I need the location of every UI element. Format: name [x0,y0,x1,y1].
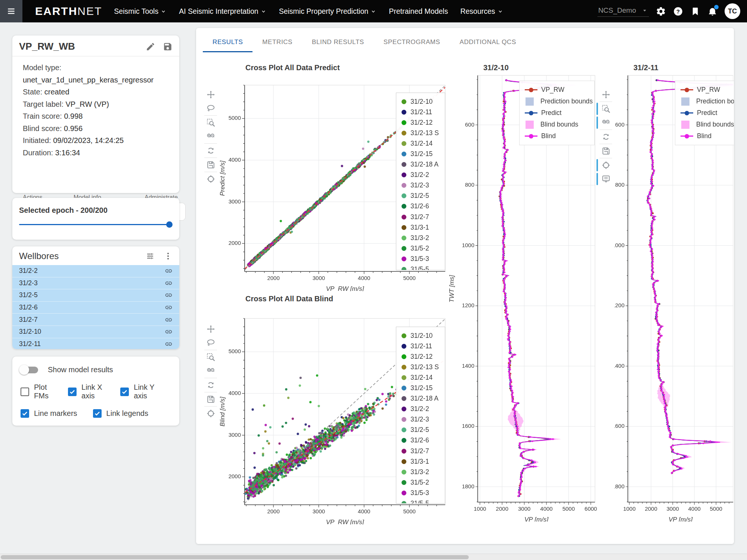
show-model-results-toggle[interactable]: Show model results [12,357,179,374]
legend-item[interactable]: 31/2-18 A [402,159,440,170]
legend-item[interactable]: 31/2-6 [402,201,440,212]
tab-results[interactable]: RESULTS [203,35,252,52]
checkbox-line-markers[interactable]: Line markers [21,409,77,418]
legend-item[interactable]: Blind [525,130,589,142]
pan-icon[interactable] [601,90,611,99]
legend-item[interactable]: 31/5-2 [402,477,440,488]
edit-icon[interactable] [146,42,155,52]
cross-plot-blind-legend[interactable]: 31/2-1031/2-1131/2-1231/2-13 S31/2-1431/… [396,327,445,504]
wellbore-row[interactable]: 31/2-3 [12,277,179,290]
checkbox-link-x-axis[interactable]: Link X axis [68,383,105,400]
horizontal-scrollbar-thumb[interactable] [1,555,469,559]
legend-item[interactable]: 31/2-11 [402,341,440,351]
legend-item[interactable]: 31/2-5 [402,425,440,435]
legend-item[interactable]: 31/5-5 [402,264,440,271]
epoch-slider-knob[interactable] [166,221,173,228]
legend-item[interactable]: Prediction bounds [681,96,734,107]
checkbox-checked-icon[interactable] [68,388,77,396]
checkbox-unchecked-icon[interactable] [21,388,29,396]
avatar[interactable]: TC [725,3,740,19]
legend-item[interactable]: 31/2-5 [402,191,440,201]
link-icon[interactable] [165,316,173,324]
notifications-button[interactable] [707,6,717,16]
legend-item[interactable]: 31/2-6 [402,435,440,446]
refresh-icon[interactable] [206,146,216,155]
legend-item[interactable]: Prediction bounds [525,96,589,107]
legend-item[interactable]: 31/2-2 [402,170,440,180]
well-plot-2-legend[interactable]: VP_RWPrediction boundsPredictBlind bound… [675,81,734,145]
legend-item[interactable]: 31/2-10 [402,96,440,107]
legend-item[interactable]: 31/5-3 [402,488,440,498]
legend-item[interactable]: 31/2-14 [402,372,440,383]
well-plot-1-legend[interactable]: VP_RWPrediction boundsPredictBlind bound… [519,81,595,145]
pan-icon[interactable] [206,324,216,334]
legend-item[interactable]: Predict [525,107,589,119]
checkbox-checked-icon[interactable] [120,388,129,396]
toggle-knob[interactable] [19,365,29,375]
legend-item[interactable]: 31/5-2 [402,243,440,253]
legend-item[interactable]: 31/2-3 [402,414,440,425]
epoch-slider[interactable] [19,221,172,228]
checkbox-plot-fms[interactable]: Plot FMs [21,383,52,400]
settings-button[interactable] [656,6,666,16]
legend-item[interactable]: 31/2-18 A [402,393,440,404]
nav-item-seismic-property-prediction[interactable]: Seismic Property Prediction [279,7,377,16]
wellbore-row[interactable]: 31/2-6 [12,302,179,314]
crosshair-icon[interactable] [206,174,216,184]
legend-item[interactable]: 31/3-2 [402,233,440,243]
more-vert-icon[interactable] [164,252,173,261]
legend-item[interactable]: Predict [681,107,734,119]
legend-item[interactable]: 31/2-7 [402,212,440,222]
wellbore-row[interactable]: 31/2-11 [12,338,179,349]
legend-item[interactable]: 31/5-5 [402,498,440,504]
nav-item-seismic-tools[interactable]: Seismic Tools [114,7,167,16]
legend-item[interactable]: VP_RW [525,84,589,96]
epoch-slider-track[interactable] [19,224,172,225]
legend-item[interactable]: 31/5-3 [402,253,440,264]
legend-item[interactable]: 31/2-10 [402,330,440,341]
save-plot-icon[interactable] [206,395,216,404]
legend-item[interactable]: 31/2-14 [402,138,440,149]
legend-item[interactable]: 31/3-2 [402,467,440,477]
link-icon[interactable] [165,291,173,299]
toggle-track[interactable] [21,367,38,373]
tab-spectrograms[interactable]: SPECTROGRAMS [374,35,450,52]
legend-item[interactable]: 31/3-1 [402,456,440,467]
save-icon[interactable] [163,42,173,52]
legend-item[interactable]: 31/2-3 [402,180,440,191]
bookmark-button[interactable] [690,6,700,16]
zoom-in-out-icon[interactable] [206,132,216,141]
crosshair-icon[interactable] [601,161,611,170]
legend-item[interactable]: 31/2-2 [402,404,440,414]
legend-item[interactable]: 31/2-7 [402,446,440,456]
wellbore-row[interactable]: 31/2-5 [12,289,179,302]
nav-item-pretrained-models[interactable]: Pretrained Models [389,7,448,16]
checkbox-link-legends[interactable]: Link legends [93,409,148,418]
zoom-in-out-icon[interactable] [601,118,611,127]
wellbore-row[interactable]: 31/2-7 [12,314,179,326]
legend-item[interactable]: 31/2-15 [402,383,440,393]
legend-item[interactable]: 31/2-12 [402,351,440,362]
help-button[interactable]: ? [673,6,683,16]
tab-blind-results[interactable]: BLIND RESULTS [302,35,374,52]
checkbox-link-y-axis[interactable]: Link Y axis [120,383,157,400]
tune-icon[interactable] [146,252,155,261]
crosshair-icon[interactable] [206,409,216,418]
horizontal-scrollbar[interactable] [0,554,747,560]
workspace-select[interactable]: NCS_Demo [598,6,649,17]
refresh-icon[interactable] [601,132,611,141]
legend-item[interactable]: VP_RW [681,84,734,96]
pan-icon[interactable] [206,90,216,99]
legend-item[interactable]: 31/2-15 [402,149,440,159]
legend-item[interactable]: 31/2-12 [402,117,440,128]
zoom-box-icon[interactable] [206,118,216,127]
link-icon[interactable] [165,328,173,336]
zoom-box-icon[interactable] [601,104,611,113]
legend-item[interactable]: 31/3-1 [402,222,440,233]
nav-item-ai-seismic-interpretation[interactable]: AI Seismic Interpretation [179,7,266,16]
link-icon[interactable] [165,279,173,287]
comment-icon[interactable] [601,174,611,184]
lasso-icon[interactable] [206,104,216,113]
nav-item-resources[interactable]: Resources [460,7,503,16]
legend-item[interactable]: Blind [681,130,734,142]
